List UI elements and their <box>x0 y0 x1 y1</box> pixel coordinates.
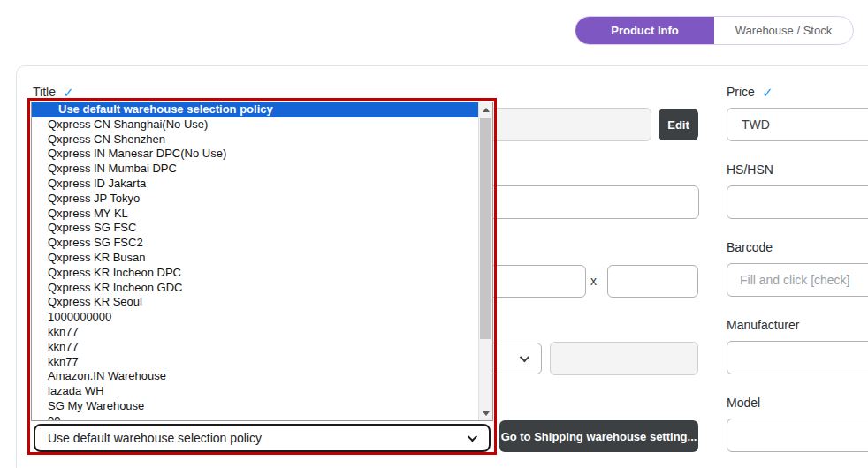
dropdown-option[interactable]: Qxpress CN Shanghai(No Use) <box>32 117 478 132</box>
dropdown-option[interactable]: Qxpress MY KL <box>32 207 478 222</box>
dropdown-option[interactable]: Qxpress KR Incheon GDC <box>32 281 478 296</box>
warehouse-listbox: Use default warehouse selection policyQx… <box>31 102 493 421</box>
dropdown-option[interactable]: Qxpress CN Shenzhen <box>32 132 478 147</box>
warehouse-select-value: Use default warehouse selection policy <box>48 431 468 445</box>
dropdown-option[interactable]: Qxpress IN Mumbai DPC <box>32 162 478 177</box>
manufacturer-input[interactable] <box>727 341 868 374</box>
currency-box[interactable]: TWD <box>727 108 868 141</box>
currency-value: TWD <box>742 117 770 132</box>
scrollbar-up-arrow-icon[interactable] <box>479 102 492 117</box>
title-edit-button[interactable]: Edit <box>659 109 698 140</box>
warehouse-select[interactable]: Use default warehouse selection policy <box>34 424 491 452</box>
dimension-input-2[interactable] <box>607 265 698 298</box>
dropdown-option[interactable]: 99 <box>32 414 478 421</box>
manufacturer-label: Manufacturer <box>727 318 799 332</box>
dropdown-option[interactable]: kkn77 <box>32 355 478 370</box>
chevron-down-icon <box>468 432 477 442</box>
barcode-input[interactable] <box>727 263 868 297</box>
annotation-highlight-box: Use default warehouse selection policyQx… <box>27 98 497 455</box>
dropdown-option[interactable]: kkn77 <box>32 340 478 355</box>
unit-value-input[interactable] <box>550 342 698 375</box>
hs-hsn-input[interactable] <box>727 185 868 219</box>
product-edit-page: Product Info Warehouse / Stock Title ✓ E… <box>0 0 868 468</box>
dimension-separator: x <box>590 274 597 288</box>
dropdown-option[interactable]: Qxpress KR Seoul <box>32 295 478 310</box>
scrollbar-thumb[interactable] <box>480 118 491 339</box>
dropdown-option[interactable]: Qxpress JP Tokyo <box>32 192 478 207</box>
dropdown-option[interactable]: kkn77 <box>32 325 478 340</box>
warehouse-options: Use default warehouse selection policyQx… <box>32 102 478 421</box>
dropdown-option[interactable]: Qxpress IN Manesar DPC(No Use) <box>32 147 478 162</box>
dropdown-option[interactable]: Qxpress KR Incheon DPC <box>32 266 478 281</box>
model-label: Model <box>727 396 760 410</box>
model-input[interactable] <box>727 419 868 452</box>
barcode-label: Barcode <box>727 240 773 254</box>
dropdown-option[interactable]: Qxpress SG FSC2 <box>32 236 478 251</box>
hs-hsn-label: HS/HSN <box>727 162 773 177</box>
price-check-icon: ✓ <box>762 86 773 99</box>
listbox-scrollbar[interactable] <box>478 102 492 420</box>
chevron-down-icon <box>520 352 529 362</box>
tab-toggle: Product Info Warehouse / Stock <box>575 16 854 45</box>
go-to-shipping-warehouse-button[interactable]: Go to Shipping warehouse setting... <box>499 420 698 452</box>
tab-product-info[interactable]: Product Info <box>575 17 714 44</box>
tab-warehouse-stock-label: Warehouse / Stock <box>735 24 832 37</box>
scrollbar-down-arrow-icon[interactable] <box>479 406 492 420</box>
dropdown-option[interactable]: Use default warehouse selection policy <box>32 102 478 117</box>
tab-product-info-label: Product Info <box>611 24 679 37</box>
price-label: Price ✓ <box>727 85 773 99</box>
dropdown-option[interactable]: SG My Warehouse <box>32 399 478 414</box>
dropdown-option[interactable]: Qxpress ID Jakarta <box>32 177 478 192</box>
title-label: Title ✓ <box>33 85 74 99</box>
dropdown-option[interactable]: lazada WH <box>32 384 478 399</box>
dropdown-option[interactable]: Amazon.IN Warehouse <box>32 369 478 384</box>
dropdown-option[interactable]: 1000000000 <box>32 310 478 325</box>
title-check-icon: ✓ <box>63 86 74 99</box>
dropdown-option[interactable]: Qxpress SG FSC <box>32 221 478 236</box>
dropdown-option[interactable]: Qxpress KR Busan <box>32 251 478 266</box>
tab-warehouse-stock[interactable]: Warehouse / Stock <box>714 17 853 44</box>
